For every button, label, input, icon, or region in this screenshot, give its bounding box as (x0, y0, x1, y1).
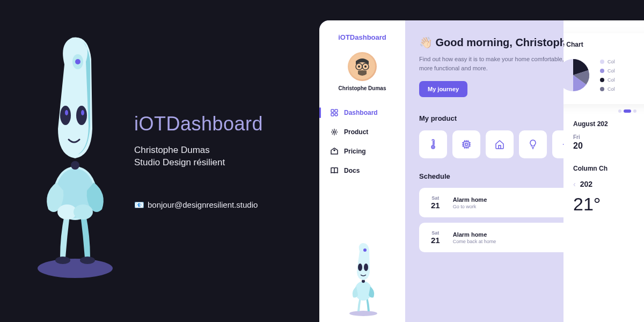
product-chip[interactable] (452, 130, 480, 158)
svg-point-24 (333, 131, 335, 133)
logo[interactable]: iOTDashboard (338, 33, 386, 41)
legend-item: Col (600, 77, 615, 83)
nav-docs[interactable]: Docs (319, 161, 405, 180)
author-name: Christophe Dumas (134, 145, 263, 156)
robot-illustration (27, 32, 123, 279)
svg-point-13 (75, 59, 80, 64)
mini-robot-illustration (343, 241, 384, 317)
svg-point-9 (76, 106, 87, 125)
svg-point-31 (363, 248, 367, 252)
book-icon (330, 166, 339, 175)
schedule-date: Sat 21 (427, 193, 444, 212)
svg-point-26 (349, 311, 377, 316)
studio-name: Studio Design résilient (134, 157, 263, 168)
nav-label: Pricing (344, 148, 366, 155)
svg-point-5 (71, 161, 79, 170)
svg-point-2 (80, 257, 95, 264)
product-bulb[interactable] (519, 130, 547, 158)
date-day: Fri (573, 134, 644, 140)
svg-rect-34 (464, 142, 469, 147)
pie-title: Pie Chart (564, 41, 644, 48)
day-number: 21 (431, 201, 440, 210)
temperature-value: 21° (573, 194, 644, 215)
nav-label: Docs (344, 167, 360, 174)
day-label: Sat (431, 230, 440, 236)
dashboard-icon (330, 108, 339, 117)
subtitle: Find out how easy it is to make your hom… (419, 55, 569, 72)
product-home[interactable] (486, 130, 514, 158)
schedule-item-desc: Go to work (453, 204, 575, 209)
carousel-dots[interactable] (573, 109, 644, 113)
nav-dashboard[interactable]: Dashboard (319, 103, 405, 122)
section-title: Schedule (419, 172, 450, 180)
schedule-date: Sat 21 (427, 228, 444, 247)
schedule-item-desc: Come back at home (453, 239, 577, 244)
day-label: Sat (431, 195, 440, 201)
email-icon: 📧 (134, 200, 144, 210)
svg-point-33 (433, 147, 434, 148)
svg-point-8 (60, 106, 71, 125)
avatar[interactable] (348, 52, 377, 81)
svg-point-11 (81, 110, 84, 115)
pie-chart-card: Pie Chart Col Col Col Col (564, 33, 644, 104)
tag-icon (330, 147, 339, 156)
svg-rect-35 (465, 143, 467, 145)
svg-point-10 (65, 110, 68, 115)
svg-rect-22 (331, 113, 334, 116)
legend-item: Col (600, 86, 615, 92)
month-label: August 202 (573, 120, 644, 128)
contact-email: 📧bonjour@designresilient.studio (134, 200, 263, 210)
day-number: 21 (431, 236, 440, 245)
nav-label: Dashboard (344, 109, 378, 116)
svg-point-18 (358, 65, 360, 68)
widgets-column: Pie Chart Col Col Col Col August 202 Fri… (564, 20, 644, 322)
gear-icon (330, 128, 339, 136)
year-selector: ‹ 202 (573, 180, 644, 188)
product-thermometer[interactable] (419, 130, 447, 158)
sidebar: iOTDashboard Christophe Dumas Dashboard (319, 20, 405, 322)
svg-point-23 (335, 113, 338, 116)
nav-label: Product (344, 128, 368, 136)
svg-point-25 (334, 150, 335, 151)
legend-item: Col (600, 59, 615, 64)
svg-point-27 (355, 281, 372, 301)
app-title: iOTDashboard (134, 113, 263, 135)
svg-rect-21 (335, 109, 338, 112)
schedule-item-title: Alarm home (453, 231, 577, 238)
legend-item: Col (600, 68, 615, 74)
svg-point-0 (38, 259, 113, 278)
user-name: Christophe Dumas (339, 85, 386, 91)
pie-legend: Col Col Col Col (600, 59, 615, 92)
date-card[interactable]: Fri 20 (573, 134, 644, 151)
svg-point-30 (364, 264, 368, 271)
svg-rect-20 (331, 109, 334, 112)
svg-point-19 (364, 65, 367, 68)
svg-point-1 (55, 257, 70, 264)
nav-pricing[interactable]: Pricing (319, 142, 405, 161)
section-title: My product (419, 114, 457, 122)
date-number: 20 (573, 141, 644, 151)
svg-point-29 (358, 264, 362, 271)
chevron-left-icon[interactable]: ‹ (573, 180, 576, 188)
email-text: bonjour@designresilient.studio (148, 200, 258, 209)
promo-panel: iOTDashboard Christophe Dumas Studio Des… (0, 0, 319, 322)
pie-chart (564, 56, 592, 94)
nav-product[interactable]: Product (319, 122, 405, 142)
schedule-item-title: Alarm home (453, 196, 575, 203)
nav: Dashboard Product Pricing Docs (319, 103, 405, 180)
year-value: 202 (580, 180, 592, 188)
column-chart-title: Column Ch (573, 165, 644, 172)
my-journey-button[interactable]: My journey (419, 81, 467, 97)
svg-point-7 (74, 204, 93, 219)
